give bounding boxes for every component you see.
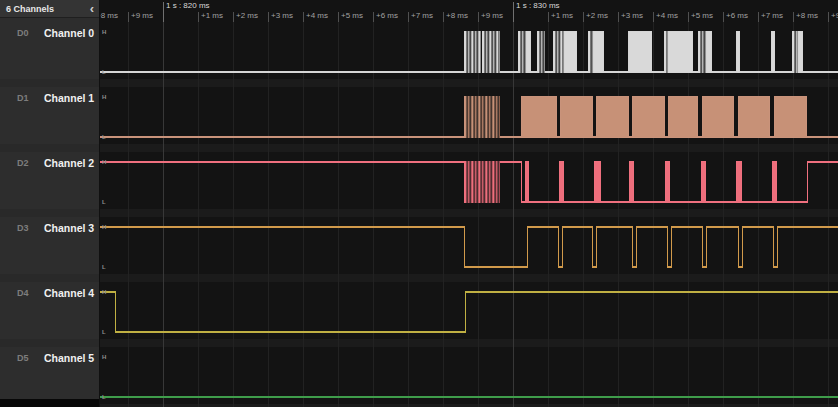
signal-segment <box>464 31 481 73</box>
signal-segment <box>521 96 557 138</box>
timeline-major-tick <box>513 2 514 22</box>
timeline-tick <box>198 12 199 22</box>
signal-segment <box>702 266 707 268</box>
signal-segment <box>698 31 706 73</box>
timeline-tick <box>793 12 794 22</box>
signal-segment <box>738 266 743 268</box>
sidebar-row-separator <box>0 209 100 217</box>
sidebar-divider <box>99 0 100 407</box>
channel-name-label: Channel 0 <box>44 27 94 39</box>
signal-segment <box>593 31 604 73</box>
waveform-row-d3[interactable]: HL <box>100 217 838 282</box>
timeline-tick <box>408 12 409 22</box>
channel-name-label: Channel 1 <box>44 92 94 104</box>
waveform-row-d0[interactable]: HL <box>100 22 838 87</box>
signal-segment <box>526 31 531 73</box>
low-level-marker: L <box>102 69 106 76</box>
signal-segment <box>564 31 577 73</box>
signal-segment <box>464 96 500 138</box>
collapse-sidebar-icon[interactable]: ‹ <box>90 4 94 14</box>
signal-segment <box>636 226 637 268</box>
timeline-tick <box>478 12 479 22</box>
signal-segment <box>604 71 628 73</box>
sidebar-item-channel-1[interactable]: D1Channel 1 <box>0 87 100 152</box>
signal-segment <box>596 226 597 268</box>
waveform-row-d2[interactable]: HL <box>100 152 838 217</box>
sidebar-row-separator <box>0 274 100 282</box>
signal-segment <box>100 226 464 228</box>
channels-count-label: 6 Channels <box>6 4 54 14</box>
timeline-tick-label: +1 ms <box>201 11 223 20</box>
signal-segment <box>742 226 743 268</box>
high-level-marker: H <box>102 94 106 101</box>
signal-segment <box>632 266 637 268</box>
timeline-tick <box>653 12 654 22</box>
signal-segment <box>707 226 738 228</box>
high-level-marker: H <box>102 354 106 361</box>
high-level-marker: H <box>102 29 106 36</box>
signal-segment <box>558 266 563 268</box>
signal-segment <box>773 226 774 268</box>
signal-segment <box>500 161 521 163</box>
waveform-row-d1[interactable]: HL <box>100 87 838 152</box>
signal-segment <box>629 161 634 203</box>
channel-id-label: D3 <box>17 223 29 233</box>
signal-segment <box>740 71 771 73</box>
timeline-tick-label: +2 ms <box>236 11 258 20</box>
signal-segment <box>807 136 838 138</box>
timeline-tick-label: +8 ms <box>796 11 818 20</box>
signal-segment <box>671 226 672 268</box>
sidebar-row-separator <box>0 339 100 347</box>
logic-analyzer-app: +8 ms+9 ms+1 ms+2 ms+3 ms+4 ms+5 ms+6 ms… <box>0 0 838 407</box>
sidebar-item-channel-4[interactable]: D4Channel 4 <box>0 282 100 347</box>
timeline-tick-label: +5 ms <box>691 11 713 20</box>
signal-segment <box>665 161 670 203</box>
sidebar-item-channel-5[interactable]: D5Channel 5 <box>0 347 100 407</box>
signal-segment <box>518 31 526 73</box>
signal-segment <box>702 96 734 138</box>
signal-segment <box>537 31 545 73</box>
timeline-tick-label: +8 ms <box>446 11 468 20</box>
signal-segment <box>464 226 465 268</box>
signal-segment <box>527 226 558 228</box>
channel-id-label: D2 <box>17 158 29 168</box>
sidebar-item-channel-2[interactable]: D2Channel 2 <box>0 152 100 217</box>
timeline-tick-label: +4 ms <box>656 11 678 20</box>
sidebar-row-separator <box>0 79 100 87</box>
signal-segment <box>637 226 667 228</box>
signal-segment <box>465 291 466 333</box>
timeline-tick <box>723 12 724 22</box>
waveform-area[interactable]: +8 ms+9 ms+1 ms+2 ms+3 ms+4 ms+5 ms+6 ms… <box>100 0 838 407</box>
timeline-tick-label: +6 ms <box>726 11 748 20</box>
signal-segment <box>115 331 465 333</box>
sidebar-item-channel-0[interactable]: D0Channel 0 <box>0 22 100 87</box>
channel-id-label: D5 <box>17 353 29 363</box>
signal-segment <box>562 226 563 268</box>
signal-segment <box>668 96 698 138</box>
signal-segment <box>100 161 464 163</box>
signal-segment <box>559 161 564 203</box>
signal-segment <box>558 226 559 268</box>
signal-segment <box>803 71 838 73</box>
waveform-row-d4[interactable]: HL <box>100 282 838 347</box>
high-level-marker: H <box>102 159 106 166</box>
timeline-tick-label: +9 ms <box>481 11 503 20</box>
signal-segment <box>563 226 592 228</box>
signal-segment <box>521 161 522 203</box>
timeline-tick <box>128 12 129 22</box>
channel-name-label: Channel 4 <box>44 287 94 299</box>
sidebar-row-separator <box>0 144 100 152</box>
timeline-tick <box>758 12 759 22</box>
timeline-tick-label: +6 ms <box>376 11 398 20</box>
signal-segment <box>773 266 778 268</box>
timeline-major-label: 1 s : 830 ms <box>516 1 560 10</box>
signal-segment <box>500 71 518 73</box>
signal-segment <box>592 226 593 268</box>
channels-sidebar: 6 Channels ‹ D0Channel 0D1Channel 1D2Cha… <box>0 0 100 407</box>
channel-name-label: Channel 5 <box>44 352 94 364</box>
signal-segment <box>672 226 702 228</box>
timeline-tick-label: +8 ms <box>100 11 118 20</box>
waveform-row-d5[interactable]: HL <box>100 347 838 407</box>
sidebar-item-channel-3[interactable]: D3Channel 3 <box>0 217 100 282</box>
channel-name-label: Channel 2 <box>44 157 94 169</box>
